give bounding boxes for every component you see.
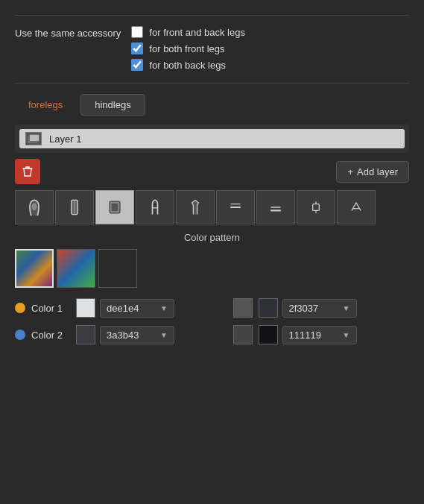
checkbox-item-front-back: for front and back legs bbox=[131, 26, 245, 38]
color1-dot bbox=[15, 303, 25, 313]
color1-value1: dee1e4 bbox=[107, 303, 156, 314]
layer-icon bbox=[25, 132, 42, 145]
section-divider bbox=[15, 83, 409, 84]
checkbox-both-front[interactable] bbox=[131, 42, 143, 54]
layer-row[interactable]: Layer 1 bbox=[19, 129, 405, 148]
checkbox-both-back[interactable] bbox=[131, 59, 143, 71]
color2-picker-group-left: 3a3b43 ▼ bbox=[76, 325, 227, 344]
color2-dropdown2[interactable]: 111119 ▼ bbox=[282, 326, 357, 344]
svg-point-2 bbox=[32, 203, 37, 210]
color1-separator-swatch[interactable] bbox=[233, 298, 253, 318]
color1-picker-group-left: dee1e4 ▼ bbox=[76, 298, 227, 318]
add-layer-icon: + bbox=[347, 166, 353, 177]
checkbox-front-and-back[interactable] bbox=[131, 26, 143, 38]
delete-button[interactable] bbox=[15, 159, 40, 184]
layer-section: Layer 1 bbox=[15, 125, 409, 153]
icon-selector bbox=[15, 190, 409, 224]
checkbox-label-both-back[interactable]: for both back legs bbox=[149, 60, 226, 71]
top-divider bbox=[15, 15, 409, 16]
tab-hindlegs[interactable]: hindlegs bbox=[80, 94, 145, 116]
color1-swatch2[interactable] bbox=[259, 298, 278, 318]
checkbox-list: for front and back legs for both front l… bbox=[131, 26, 245, 71]
add-layer-label: Add layer bbox=[357, 166, 398, 177]
color2-dropdown1-arrow: ▼ bbox=[160, 331, 168, 339]
color2-separator-swatch[interactable] bbox=[233, 325, 253, 344]
color2-label: Color 2 bbox=[31, 330, 70, 341]
svg-rect-1 bbox=[29, 134, 39, 142]
icon-cell-7[interactable] bbox=[256, 190, 295, 224]
tabs-row: forelegs hindlegs bbox=[15, 94, 409, 116]
color2-dropdown2-arrow: ▼ bbox=[343, 331, 350, 339]
tab-forelegs[interactable]: forelegs bbox=[15, 95, 76, 115]
accessory-section: Use the same accessory for front and bac… bbox=[15, 26, 409, 71]
checkbox-item-both-back: for both back legs bbox=[131, 59, 245, 71]
main-container: Use the same accessory for front and bac… bbox=[0, 0, 424, 361]
checkbox-item-both-front: for both front legs bbox=[131, 42, 245, 54]
icon-cell-2[interactable] bbox=[55, 190, 94, 224]
accessory-label: Use the same accessory bbox=[15, 26, 121, 39]
color2-value2: 111119 bbox=[289, 330, 338, 341]
color2-value1: 3a3b43 bbox=[107, 330, 156, 341]
icon-cell-8[interactable] bbox=[297, 190, 335, 224]
icon-cell-1[interactable] bbox=[15, 190, 54, 224]
color1-picker-group-right: 2f3037 ▼ bbox=[259, 298, 410, 318]
color2-dropdown1[interactable]: 3a3b43 ▼ bbox=[100, 326, 174, 344]
color1-swatch1[interactable] bbox=[76, 298, 95, 318]
color2-row: Color 2 3a3b43 ▼ 111119 ▼ bbox=[15, 325, 409, 344]
pattern-swatch-empty[interactable] bbox=[98, 249, 137, 288]
svg-rect-12 bbox=[313, 204, 320, 211]
icon-cell-6[interactable] bbox=[216, 190, 255, 224]
color1-value2: 2f3037 bbox=[289, 303, 338, 314]
color1-dropdown2[interactable]: 2f3037 ▼ bbox=[282, 299, 357, 318]
layer-name: Layer 1 bbox=[49, 133, 399, 145]
color1-label: Color 1 bbox=[31, 303, 70, 314]
color1-dropdown2-arrow: ▼ bbox=[343, 304, 350, 312]
color2-dot bbox=[15, 330, 25, 340]
color1-dropdown1-arrow: ▼ bbox=[160, 304, 168, 312]
add-layer-button[interactable]: + Add layer bbox=[336, 161, 409, 183]
icon-cell-3[interactable] bbox=[95, 190, 134, 224]
color-pattern-label: Color pattern bbox=[15, 232, 409, 243]
icon-cell-4[interactable] bbox=[136, 190, 174, 224]
color2-picker-group-right: 111119 ▼ bbox=[259, 325, 410, 344]
checkbox-label-both-front[interactable]: for both front legs bbox=[149, 43, 224, 54]
pattern-swatch-2[interactable] bbox=[57, 249, 95, 288]
color1-dropdown1[interactable]: dee1e4 ▼ bbox=[100, 299, 174, 318]
color2-swatch2[interactable] bbox=[259, 325, 278, 344]
svg-rect-6 bbox=[112, 204, 118, 211]
color2-swatch1[interactable] bbox=[76, 325, 95, 344]
icon-cell-9[interactable] bbox=[337, 190, 376, 224]
pattern-row bbox=[15, 249, 409, 288]
color1-row: Color 1 dee1e4 ▼ 2f3037 ▼ bbox=[15, 298, 409, 318]
action-row: + Add layer bbox=[15, 159, 409, 184]
icon-cell-5[interactable] bbox=[176, 190, 215, 224]
pattern-swatch-1[interactable] bbox=[15, 249, 54, 288]
checkbox-label-front-and-back[interactable]: for front and back legs bbox=[149, 27, 245, 38]
